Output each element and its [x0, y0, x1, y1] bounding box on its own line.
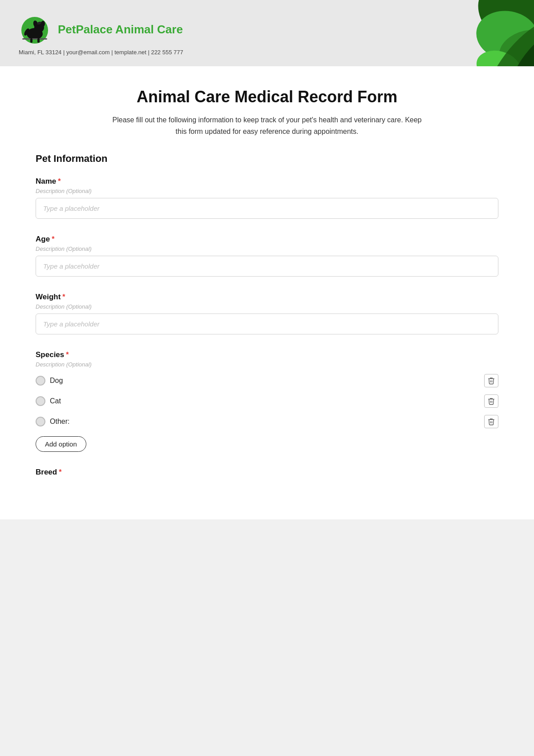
- field-name-label: Name *: [36, 177, 498, 186]
- header-decoration: [436, 0, 534, 66]
- company-name: PetPalace Animal Care: [58, 23, 183, 36]
- required-star-age: *: [52, 235, 54, 243]
- svg-rect-7: [22, 38, 47, 40]
- header-left: PetPalace Animal Care Miami, FL 33124 | …: [18, 11, 183, 56]
- field-weight: Weight * Description (Optional): [36, 293, 498, 334]
- field-weight-desc: Description (Optional): [36, 303, 498, 310]
- required-star-name: *: [58, 177, 61, 185]
- field-name-desc: Description (Optional): [36, 188, 498, 194]
- field-breed-label: Breed *: [36, 468, 498, 477]
- svg-rect-8: [30, 38, 32, 43]
- field-species-label: Species *: [36, 350, 498, 359]
- species-radio-options: Dog Cat: [36, 371, 498, 431]
- company-address: Miami, FL 33124 | your@email.com | templ…: [19, 49, 183, 56]
- field-name: Name * Description (Optional): [36, 177, 498, 219]
- form-description: Please fill out the following informatio…: [107, 114, 427, 137]
- required-star-weight: *: [62, 293, 65, 301]
- company-logo: [18, 11, 53, 46]
- species-option-cat: Cat: [36, 392, 498, 410]
- section-pet-info-title: Pet Information: [36, 153, 498, 165]
- field-weight-label: Weight *: [36, 293, 498, 302]
- form-main: Animal Care Medical Record Form Please f…: [0, 66, 534, 519]
- radio-circle-dog[interactable]: [36, 376, 45, 386]
- species-option-dog: Dog: [36, 371, 498, 390]
- required-star-species: *: [66, 351, 69, 359]
- form-title: Animal Care Medical Record Form: [36, 88, 498, 106]
- field-age-label: Age *: [36, 235, 498, 244]
- field-age: Age * Description (Optional): [36, 235, 498, 277]
- field-species-desc: Description (Optional): [36, 361, 498, 368]
- delete-dog-button[interactable]: [484, 374, 498, 387]
- weight-input[interactable]: [36, 314, 498, 334]
- radio-circle-other[interactable]: [36, 417, 45, 426]
- radio-circle-cat[interactable]: [36, 396, 45, 406]
- species-option-other: Other:: [36, 412, 498, 431]
- svg-rect-9: [37, 38, 40, 43]
- field-species: Species * Description (Optional) Dog: [36, 350, 498, 452]
- radio-label-other: Other:: [50, 418, 69, 426]
- field-breed: Breed *: [36, 468, 498, 477]
- age-input[interactable]: [36, 256, 498, 277]
- add-option-label: Add option: [45, 440, 77, 448]
- field-age-desc: Description (Optional): [36, 245, 498, 252]
- name-input[interactable]: [36, 198, 498, 219]
- radio-label-cat: Cat: [50, 397, 61, 405]
- page-header: PetPalace Animal Care Miami, FL 33124 | …: [0, 0, 534, 66]
- radio-label-dog: Dog: [50, 377, 63, 385]
- delete-other-button[interactable]: [484, 415, 498, 428]
- delete-cat-button[interactable]: [484, 394, 498, 408]
- logo-area: PetPalace Animal Care: [18, 11, 183, 46]
- required-star-breed: *: [59, 468, 61, 476]
- add-option-button[interactable]: Add option: [36, 436, 86, 452]
